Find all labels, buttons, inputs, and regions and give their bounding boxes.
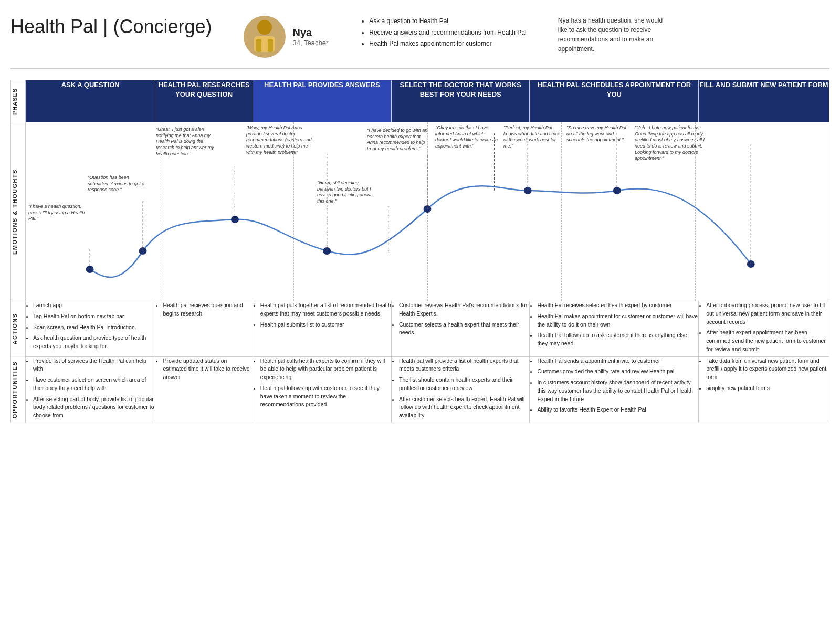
quote-3: "Great, I just got a alert notifying me …	[156, 127, 219, 157]
opp-4-2: The list should contain health experts a…	[399, 376, 529, 393]
phase-2-header: HEALTH PAL RESEARCHES YOUR QUESTION	[155, 80, 253, 122]
opp-5-4: Ability to favorite Health Expert or Hea…	[537, 406, 698, 414]
opps-list-4: Health pal will provide a list of health…	[392, 357, 529, 420]
actions-cell-3: Health pal puts together a list of recom…	[253, 301, 391, 357]
quote-1: "I have a health question, guess I'll tr…	[28, 204, 89, 222]
quote-8: "Perfect, my Health Pal knows what date …	[503, 125, 561, 150]
opp-4-3: After customer selects health expert, He…	[399, 395, 529, 420]
opp-1-3: After selecting part of body, provide li…	[33, 395, 155, 420]
opps-cell-2: Provide updated status on estimated time…	[155, 356, 253, 423]
journey-map-table: PHASES ASK A QUESTION HEALTH PAL RESEARC…	[10, 80, 830, 423]
actions-cell-2: Health pal recieves question and begins …	[155, 301, 253, 357]
opps-cell-4: Health pal will provide a list of health…	[391, 356, 529, 423]
svg-rect-2	[256, 39, 261, 52]
action-3-1: Health pal puts together a list of recom…	[260, 301, 391, 318]
phase-3-header: HEALTH PAL PROVIDES ANSWERS	[253, 80, 391, 122]
avatar	[244, 16, 286, 58]
bullet-2: Receive answers and recommendations from…	[369, 27, 526, 39]
phase-1-header: ASK A QUESTION	[26, 80, 155, 122]
opp-5-3: In customers account history show dashbo…	[537, 379, 698, 403]
quote-10: "Ugh.. I hate new patient forms. Good th…	[635, 125, 708, 162]
opportunities-label: OPPORTUNITIES	[11, 356, 26, 423]
phase-5-header: HEALTH PAL SCHEDULES APPOINTMENT FOR YOU	[530, 80, 699, 122]
phases-label: PHASES	[11, 80, 26, 122]
bullet-1: Ask a question to Health Pal	[369, 16, 526, 27]
quote-5: "Hmm, still deciding between two doctors…	[317, 180, 377, 205]
actions-cell-1: Launch app Tap Health Pal on bottom nav …	[26, 301, 155, 357]
opp-4-1: Health pal will provide a list of health…	[399, 357, 529, 374]
opp-3-1: Health pal calls health experts to confi…	[260, 357, 391, 382]
opp-2-1: Provide updated status on estimated time…	[163, 357, 252, 382]
opps-list-2: Provide updated status on estimated time…	[155, 357, 252, 382]
page-header: Health Pal | (Concierge) Nya 34, Teacher…	[10, 10, 830, 69]
action-6-2: After health expert appointment has been…	[706, 329, 829, 353]
opps-cell-6: Take data from universal new patient for…	[699, 356, 830, 423]
opp-6-1: Take data from universal new patient for…	[706, 357, 829, 382]
opps-list-3: Health pal calls health experts to confi…	[253, 357, 391, 410]
persona-section: Nya 34, Teacher	[244, 16, 329, 58]
emotions-row: EMOTIONS & THOUGHTS	[11, 122, 830, 301]
opp-1-2: Have customer select on screen which are…	[33, 376, 155, 393]
actions-list-6: After onboarding process, prompt new use…	[699, 301, 829, 354]
persona-description: 34, Teacher	[293, 39, 329, 47]
quote-4: "Wow, my Health Pal Anna provided severa…	[246, 125, 312, 155]
action-1-3: Scan screen, read Health Pal introductio…	[33, 323, 155, 332]
persona-note: Nya has a health question, she would lik…	[558, 16, 674, 54]
phases-row: PHASES ASK A QUESTION HEALTH PAL RESEARC…	[11, 80, 830, 122]
opportunities-row: OPPORTUNITIES Provide list of services t…	[11, 356, 830, 423]
opp-5-2: Customer provided the ability rate and r…	[537, 368, 698, 376]
emotions-label: EMOTIONS & THOUGHTS	[11, 122, 26, 301]
opp-3-2: Health pal follows up with customer to s…	[260, 384, 391, 409]
action-5-1: Health Pal receives selected health expe…	[537, 301, 698, 310]
bullet-3: Health Pal makes appointment for custome…	[369, 38, 526, 50]
opps-cell-5: Health Pal sends a appointment invite to…	[530, 356, 699, 423]
phase-6-header: FILL AND SUBMIT NEW PATIENT FORM	[699, 80, 830, 122]
emotion-line	[90, 186, 751, 277]
opps-cell-1: Provide list of services the Health Pal …	[26, 356, 155, 423]
quote-2: "Question has been submitted. Anxious to…	[88, 175, 151, 193]
action-1-2: Tap Health Pal on bottom nav tab bar	[33, 312, 155, 321]
opps-list-1: Provide list of services the Health Pal …	[26, 357, 155, 420]
actions-cell-6: After onboarding process, prompt new use…	[699, 301, 830, 357]
persona-name: Nya	[293, 27, 329, 39]
actions-list-5: Health Pal receives selected health expe…	[530, 301, 698, 348]
actions-cell-5: Health Pal receives selected health expe…	[530, 301, 699, 357]
actions-list-4: Customer reviews Health Pal's recommenda…	[392, 301, 529, 337]
quote-7: "Okay let's do this! I have informed Ann…	[435, 125, 498, 150]
action-1-1: Launch app	[33, 301, 155, 310]
opps-list-6: Take data from universal new patient for…	[699, 357, 829, 393]
actions-list-2: Health pal recieves question and begins …	[155, 301, 252, 318]
phase-4-header: SELECT THE DOCTOR THAT WORKS BEST FOR YO…	[391, 80, 529, 122]
actions-list-3: Health pal puts together a list of recom…	[253, 301, 391, 329]
svg-rect-3	[268, 39, 273, 52]
action-5-3: Health Pal follows up to ask customer if…	[537, 331, 698, 348]
opp-1-1: Provide list of services the Health Pal …	[33, 357, 155, 374]
action-6-1: After onboarding process, prompt new use…	[706, 301, 829, 326]
action-3-2: Health pal submits list to customer	[260, 321, 391, 329]
svg-point-0	[257, 20, 272, 35]
action-4-2: Customer selects a health expert that me…	[399, 321, 529, 338]
action-5-2: Health Pal makes appointment for custome…	[537, 312, 698, 329]
opp-6-2: simplify new patient forms	[706, 384, 829, 393]
actions-row: ACTIONS Launch app Tap Health Pal on bot…	[11, 301, 830, 357]
persona-bullets: Ask a question to Health Pal Receive ans…	[360, 16, 526, 50]
actions-cell-4: Customer reviews Health Pal's recommenda…	[391, 301, 529, 357]
opp-5-1: Health Pal sends a appointment invite to…	[537, 357, 698, 365]
action-4-1: Customer reviews Health Pal's recommenda…	[399, 301, 529, 318]
quote-9: "So nice have my Health Pal do all the l…	[566, 125, 627, 143]
emotions-chart-cell: "I have a health question, guess I'll tr…	[26, 122, 830, 301]
opps-list-5: Health Pal sends a appointment invite to…	[530, 357, 698, 415]
opps-cell-3: Health pal calls health experts to confi…	[253, 356, 391, 423]
action-1-4: Ask health question and provide type of …	[33, 334, 155, 351]
page-title: Health Pal | (Concierge)	[10, 16, 212, 38]
quote-6: "I have decided to go with an eastern he…	[367, 128, 430, 152]
actions-label: ACTIONS	[11, 301, 26, 357]
action-2-1: Health pal recieves question and begins …	[163, 301, 252, 318]
actions-list-1: Launch app Tap Health Pal on bottom nav …	[26, 301, 155, 351]
